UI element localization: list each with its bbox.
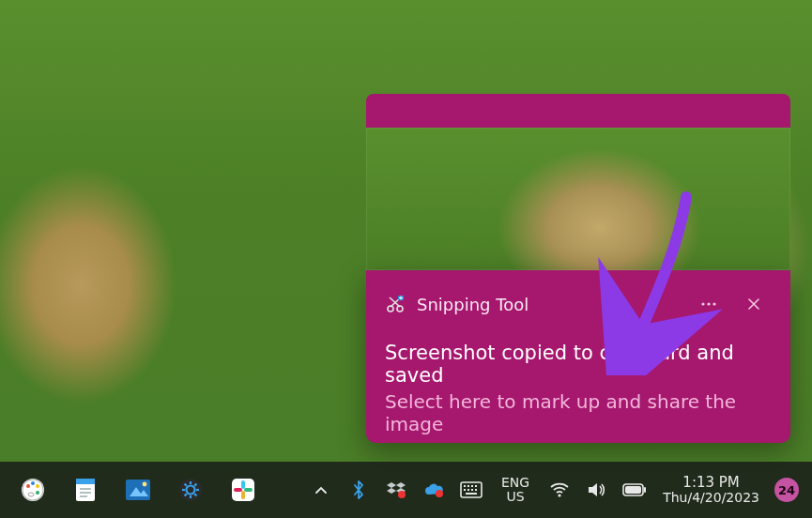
svg-point-53 [559,494,561,496]
svg-rect-45 [467,485,469,487]
notification-preview-header [366,94,790,128]
svg-point-11 [36,484,39,488]
notification-close-button[interactable] [740,290,768,318]
svg-marker-37 [387,482,396,488]
snipping-tool-icon [385,294,406,314]
svg-marker-38 [396,482,406,488]
svg-line-28 [185,484,187,486]
battery-icon[interactable] [621,470,648,510]
wifi-icon[interactable] [546,470,573,510]
onedrive-icon[interactable] [421,470,447,510]
language-bottom: US [507,490,525,504]
dropbox-icon[interactable] [383,470,409,510]
svg-rect-51 [475,489,477,491]
svg-line-31 [194,484,196,486]
chevron-up-icon [314,485,328,495]
notification-preview-thumbnail[interactable] [366,128,790,270]
svg-rect-34 [244,488,253,492]
svg-rect-35 [241,491,245,499]
svg-rect-50 [471,489,473,491]
slack-app-icon[interactable] [223,470,263,510]
svg-rect-15 [76,479,95,484]
bluetooth-icon[interactable] [345,470,372,510]
taskbar: ENG US 1:13 PM Thu/4/20/2023 24 [0,462,812,518]
svg-point-6 [707,302,710,305]
clock-button[interactable]: 1:13 PM Thu/4/20/2023 [659,470,763,510]
notification-body: Select here to mark up and share the ima… [385,390,768,435]
notification-title: Screenshot copied to clipboard and saved [385,342,768,387]
svg-rect-48 [464,489,466,491]
svg-rect-57 [644,487,646,493]
svg-rect-46 [471,485,473,487]
svg-line-29 [194,494,196,495]
system-tray: ENG US 1:13 PM Thu/4/20/2023 24 [308,470,812,510]
svg-line-30 [185,494,187,495]
svg-rect-49 [467,489,469,491]
svg-point-7 [712,302,715,305]
svg-rect-33 [241,480,245,489]
svg-rect-47 [475,485,477,487]
svg-marker-54 [589,483,597,496]
clock-date: Thu/4/20/2023 [663,491,759,505]
clock-time: 1:13 PM [682,475,739,491]
svg-marker-39 [387,488,396,494]
svg-point-10 [31,481,35,485]
input-language-button[interactable]: ENG US [496,470,535,510]
svg-rect-52 [466,493,477,495]
touch-keyboard-icon[interactable] [458,470,484,510]
svg-point-5 [701,302,704,305]
language-top: ENG [501,476,529,490]
volume-icon[interactable] [584,470,610,510]
notification-app-name: Snipping Tool [417,295,529,314]
settings-app-icon[interactable] [171,470,210,510]
notepad-app-icon[interactable] [66,470,105,510]
photos-app-icon[interactable] [118,470,158,510]
notification-toast[interactable]: Snipping Tool Screenshot copied to clipb… [366,270,790,443]
svg-point-42 [436,490,443,497]
notification-center-badge[interactable]: 24 [774,478,799,502]
notification-more-button[interactable] [695,290,723,318]
taskbar-pinned-apps [0,470,263,510]
svg-point-41 [398,491,406,498]
close-icon [747,297,760,311]
more-horizontal-icon [700,301,717,307]
svg-point-21 [143,482,147,487]
svg-point-12 [36,491,39,495]
svg-point-13 [28,493,34,496]
svg-point-9 [26,484,30,488]
notification-header: Snipping Tool [385,289,768,319]
svg-rect-36 [234,488,242,492]
svg-rect-56 [625,486,641,494]
svg-rect-44 [464,485,466,487]
paint-app-icon[interactable] [13,470,53,510]
tray-overflow-button[interactable] [308,470,334,510]
